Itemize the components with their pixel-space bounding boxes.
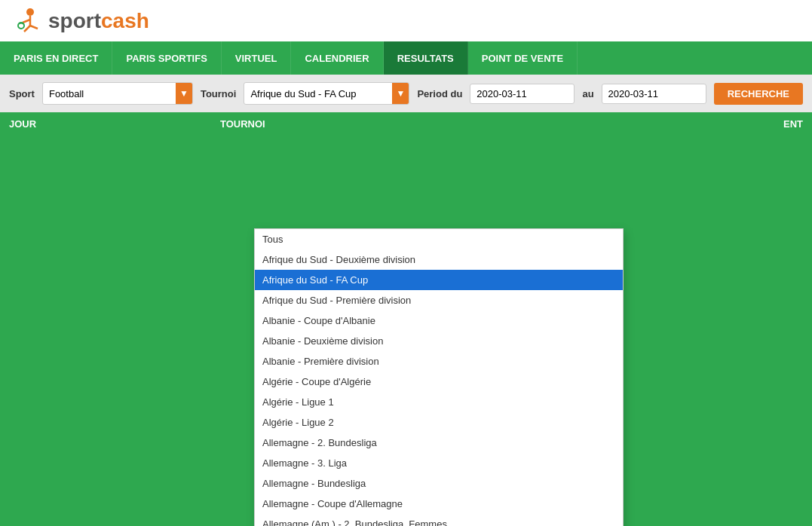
logo: sportcash bbox=[15, 6, 149, 36]
filter-bar: Sport Football ▼ Tournoi Afrique du Sud … bbox=[0, 75, 812, 112]
table-header: JOUR TOURNOI ENT bbox=[0, 112, 812, 136]
col-tournoi-header: TOURNOI bbox=[220, 118, 690, 130]
dropdown-item[interactable]: Albanie - Première division bbox=[255, 351, 623, 372]
logo-text: sportcash bbox=[48, 9, 149, 33]
svg-line-2 bbox=[23, 20, 30, 23]
nav-calendrier[interactable]: CALENDRIER bbox=[291, 41, 383, 75]
dropdown-item[interactable]: Afrique du Sud - Première division bbox=[255, 290, 623, 310]
sport-dropdown-arrow[interactable]: ▼ bbox=[176, 83, 192, 104]
dropdown-item[interactable]: Albanie - Coupe d'Albanie bbox=[255, 310, 623, 331]
dropdown-item[interactable]: Afrique du Sud - FA Cup bbox=[255, 270, 623, 290]
tournoi-dropdown-overlay: TousAfrique du Sud - Deuxième divisionAf… bbox=[254, 228, 624, 526]
dropdown-item[interactable]: Afrique du Sud - Deuxième division bbox=[255, 249, 623, 270]
header: sportcash bbox=[0, 0, 812, 41]
date-to-input[interactable] bbox=[602, 84, 706, 104]
col-jour-header: JOUR bbox=[9, 118, 220, 130]
dropdown-item[interactable]: Algérie - Ligue 2 bbox=[255, 412, 623, 433]
sport-label: Sport bbox=[9, 88, 35, 99]
col-event-header: ENT bbox=[690, 118, 803, 130]
dropdown-item[interactable]: Albanie - Deuxième division bbox=[255, 331, 623, 351]
svg-line-4 bbox=[30, 26, 38, 29]
nav-bar: PARIS EN DIRECT PARIS SPORTIFS VIRTUEL C… bbox=[0, 41, 812, 75]
dropdown-item[interactable]: Allemagne - Bundesliga bbox=[255, 473, 623, 494]
sport-select-value: Football bbox=[49, 88, 124, 99]
nav-virtuel[interactable]: VIRTUEL bbox=[222, 41, 292, 75]
nav-paris-sportifs[interactable]: PARIS SPORTIFS bbox=[112, 41, 221, 75]
dropdown-item[interactable]: Allemagne - 3. Liga bbox=[255, 453, 623, 473]
tournoi-select-value: Afrique du Sud - FA Cup bbox=[250, 88, 378, 99]
date-from-input[interactable] bbox=[470, 84, 575, 104]
period-label: Period du bbox=[417, 88, 462, 99]
sport-select[interactable]: Football ▼ bbox=[42, 82, 193, 105]
dropdown-item[interactable]: Algérie - Coupe d'Algérie bbox=[255, 372, 623, 392]
tournoi-dropdown-arrow[interactable]: ▼ bbox=[392, 83, 409, 104]
nav-point-de-vente[interactable]: POINT DE VENTE bbox=[468, 41, 578, 75]
dropdown-item[interactable]: Allemagne - Coupe d'Allemagne bbox=[255, 494, 623, 514]
au-label: au bbox=[582, 88, 593, 99]
tournoi-dropdown-list: TousAfrique du Sud - Deuxième divisionAf… bbox=[255, 229, 623, 526]
nav-paris-direct[interactable]: PARIS EN DIRECT bbox=[0, 41, 112, 75]
tournoi-label: Tournoi bbox=[201, 88, 236, 99]
nav-resultats[interactable]: RESULTATS bbox=[384, 41, 468, 75]
logo-icon bbox=[15, 6, 45, 36]
dropdown-item[interactable]: Allemagne - 2. Bundesliga bbox=[255, 433, 623, 453]
svg-point-0 bbox=[26, 8, 34, 16]
search-button[interactable]: RECHERCHE bbox=[714, 83, 803, 105]
svg-line-3 bbox=[24, 26, 30, 32]
dropdown-item[interactable]: Tous bbox=[255, 229, 623, 249]
dropdown-item[interactable]: Allemagne (Am.) - 2. Bundesliga, Femmes bbox=[255, 514, 623, 526]
dropdown-item[interactable]: Algérie - Ligue 1 bbox=[255, 392, 623, 412]
main-content: JOUR TOURNOI ENT TousAfrique du Sud - De… bbox=[0, 112, 812, 489]
tournoi-select[interactable]: Afrique du Sud - FA Cup ▼ bbox=[244, 82, 409, 105]
